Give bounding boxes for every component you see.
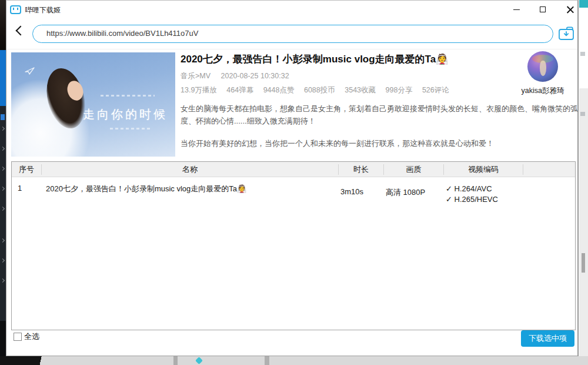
background-scrollbar-thumb (582, 253, 585, 273)
select-all-checkbox[interactable] (14, 333, 22, 341)
row-index: 1 (12, 184, 41, 205)
uploader-card[interactable]: yakisa彭雅琦 (513, 51, 572, 96)
chevron-right-icon (1, 147, 5, 151)
header-spacer (523, 164, 575, 175)
table-row[interactable]: 1 2020七夕，最强告白！小彭录制music vlog走向最爱的Ta👰 3m1… (12, 177, 575, 205)
row-name: 2020七夕，最强告白！小彭录制music vlog走向最爱的Ta👰 (41, 184, 338, 205)
background-right-body-fragment (579, 88, 588, 356)
maximize-icon (540, 6, 546, 12)
thumbnail-scribble (110, 128, 152, 130)
uploader-name: yakisa彭雅琦 (513, 86, 572, 96)
stat-danmaku: 464弹幕 (226, 86, 253, 94)
header-name: 名称 (41, 164, 338, 175)
select-all-label: 全选 (24, 331, 39, 342)
stat-likes: 9448点赞 (263, 86, 295, 94)
download-folder-icon[interactable] (558, 26, 574, 41)
chevron-right-icon (1, 258, 5, 263)
background-divider (173, 356, 178, 365)
background-cyan-icon (195, 357, 203, 364)
chevron-right-icon (1, 207, 5, 211)
chevron-right-icon (1, 187, 5, 191)
background-text-fragment (580, 52, 585, 56)
row-codecs: ✓ H.264/AVC ✓ H.265/HEVC (443, 184, 523, 205)
url-input[interactable]: https://www.bilibili.com/video/BV1Lh411o… (32, 25, 553, 43)
chevron-right-icon (1, 238, 5, 243)
stat-plays: 13.9万播放 (181, 86, 217, 94)
thumbnail-title-text: 走向你的时候 (83, 107, 168, 122)
chevron-right-icon (1, 278, 5, 283)
row-spacer (523, 184, 575, 205)
video-description-line2: 当你开始有美好的幻想，当你把一个人和未来的每一刻进行联系，那这种喜欢就是心动和爱… (181, 137, 578, 150)
video-publish-time: 2020-08-25 10:30:32 (221, 72, 289, 80)
row-duration: 3m10s (338, 184, 383, 205)
stat-coins: 6088投币 (304, 86, 335, 94)
bilibili-tv-icon (10, 5, 21, 14)
title-bar: 哔哩下载姬 (6, 1, 577, 19)
app-window: 哔哩下载姬 https://www.bilibili.com/video/BV1… (6, 0, 578, 356)
file-icon (1, 114, 5, 120)
stat-favorites: 3543收藏 (345, 86, 376, 94)
back-icon[interactable] (16, 26, 26, 36)
download-selected-button[interactable]: 下载选中项 (521, 330, 574, 347)
background-divider (265, 356, 269, 365)
background-dark-shape (0, 356, 56, 365)
stat-comments: 526评论 (422, 86, 449, 94)
video-thumbnail: 走向你的时候 (11, 52, 175, 157)
select-all-control[interactable]: 全选 (14, 331, 39, 342)
table-header: 序号 名称 时长 画质 视频编码 (12, 162, 575, 177)
background-photo-fragment (0, 0, 6, 50)
minimize-button[interactable] (505, 1, 528, 18)
video-list-panel: 序号 名称 时长 画质 视频编码 1 2020七夕，最强告白！小彭录制music… (11, 161, 576, 330)
chevron-right-icon (1, 127, 5, 131)
video-category: 音乐>MV (181, 72, 211, 80)
header-duration: 时长 (338, 164, 383, 175)
paper-plane-icon (24, 67, 36, 78)
background-text-fragment (580, 112, 585, 116)
header-index: 序号 (12, 164, 41, 175)
minimize-icon (513, 9, 520, 10)
video-title: 2020七夕，最强告白！小彭录制music vlog走向最爱的Ta👰 (181, 52, 522, 66)
codec-hevc[interactable]: ✓ H.265/HEVC (446, 194, 523, 205)
row-quality: 高清 1080P (383, 184, 443, 205)
thumbnail-scribble (101, 95, 155, 97)
close-icon (566, 6, 574, 14)
stat-shares: 998分享 (386, 86, 413, 94)
close-button[interactable] (558, 1, 582, 18)
codec-avc[interactable]: ✓ H.264/AVC (446, 184, 523, 194)
chevron-right-icon (1, 167, 5, 171)
header-quality: 画质 (383, 164, 443, 175)
nav-bar: https://www.bilibili.com/video/BV1Lh411o… (6, 19, 577, 49)
maximize-button[interactable] (531, 1, 554, 18)
background-bottom-window (0, 356, 588, 365)
background-right-window (578, 0, 588, 365)
background-taskbar-fragment (0, 50, 6, 106)
video-description-line1: 女生的脑海每天都在拍电影，想象自己是女主角，策划着自己勇敢迎接爱情时头发的长短、… (181, 102, 578, 127)
header-codec: 视频编码 (443, 164, 523, 175)
app-title: 哔哩下载姬 (25, 5, 61, 15)
background-left-window (0, 0, 6, 365)
uploader-avatar[interactable] (527, 51, 558, 82)
background-file-tree-fragment (0, 106, 6, 321)
